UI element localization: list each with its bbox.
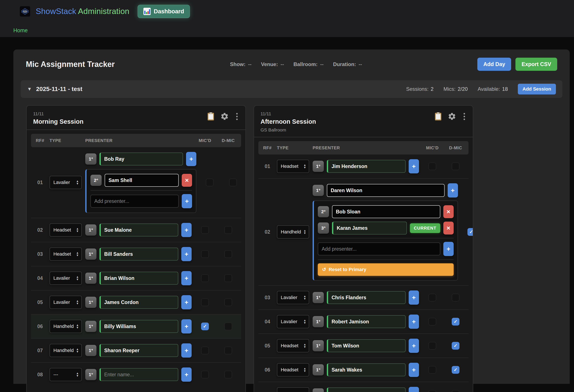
type-select[interactable]: Handheld▲▼ [277, 225, 309, 239]
dmic-checkbox[interactable]: ✓ [452, 366, 459, 374]
presenter-input[interactable] [100, 224, 178, 236]
add-presenter-button[interactable]: + [182, 194, 192, 208]
type-select[interactable]: Lavalier▲▼ [49, 176, 82, 189]
type-select[interactable]: Handheld▲▼ [49, 320, 82, 333]
dmic-checkbox[interactable] [224, 250, 232, 258]
presenter-input[interactable] [332, 205, 440, 218]
type-select[interactable]: Lavalier▲▼ [277, 315, 309, 328]
presenter-input[interactable] [100, 344, 178, 357]
add-shared-presenter-button[interactable]: + [181, 368, 192, 382]
add-shared-presenter-button[interactable]: + [181, 271, 192, 285]
micd-checkbox[interactable] [429, 366, 436, 374]
presenter-input[interactable] [100, 368, 178, 381]
type-select[interactable]: Headset▲▼ [49, 223, 82, 237]
add-presenter-button[interactable]: + [443, 242, 454, 256]
micd-checkbox[interactable] [429, 390, 436, 392]
type-select[interactable]: ---▲▼ [49, 368, 82, 381]
dmic-checkbox[interactable] [224, 226, 232, 234]
add-shared-presenter-button[interactable]: + [409, 339, 419, 353]
dmic-checkbox[interactable] [224, 371, 232, 378]
presenter-input[interactable] [332, 222, 407, 235]
dmic-checkbox[interactable] [452, 162, 459, 170]
select-arrows-icon: ▲▼ [76, 252, 79, 257]
type-select[interactable]: Lavalier▲▼ [49, 272, 82, 285]
presenter-input[interactable] [327, 363, 406, 376]
type-select[interactable]: Headset▲▼ [49, 247, 82, 261]
presenter-input[interactable] [100, 248, 178, 260]
presenter-input[interactable] [327, 315, 406, 328]
micd-checkbox[interactable] [201, 347, 209, 354]
presenter-input[interactable] [105, 174, 179, 187]
presenter-input[interactable] [100, 272, 178, 285]
dmic-checkbox[interactable] [229, 178, 237, 186]
remove-presenter-button[interactable]: × [182, 174, 192, 187]
presenter-input[interactable] [327, 291, 406, 304]
reset-to-primary-button[interactable]: ↺Reset to Primary [318, 263, 454, 276]
presenter-input[interactable] [100, 153, 183, 165]
add-shared-presenter-button[interactable]: + [181, 343, 192, 358]
type-select[interactable]: Handheld▲▼ [49, 344, 82, 357]
presenter-input[interactable] [327, 339, 406, 352]
presenter-input[interactable] [327, 160, 406, 173]
add-shared-presenter-button[interactable]: + [448, 183, 458, 197]
gear-icon[interactable] [448, 112, 456, 121]
type-select[interactable]: Lavalier▲▼ [277, 291, 309, 304]
kebab-menu-icon[interactable] [462, 112, 466, 121]
collapse-caret-icon[interactable]: ▼ [27, 86, 32, 92]
micd-checkbox[interactable] [429, 318, 436, 326]
micd-checkbox[interactable] [429, 342, 436, 350]
micd-checkbox[interactable] [206, 178, 214, 186]
dashboard-button[interactable]: Dashboard [138, 5, 190, 18]
add-presenter-input[interactable] [318, 242, 440, 255]
add-shared-presenter-button[interactable]: + [181, 223, 192, 237]
presenter-input[interactable] [100, 296, 178, 309]
micd-checkbox[interactable] [201, 298, 209, 306]
micd-checkbox[interactable] [429, 162, 436, 170]
table-row: 06Handheld▲▼1°+✓ [31, 314, 241, 338]
micd-checkbox[interactable] [429, 294, 436, 301]
dmic-checkbox[interactable] [224, 322, 232, 330]
add-shared-presenter-button[interactable]: + [409, 291, 419, 305]
presenter-input[interactable] [327, 184, 445, 197]
micd-checkbox[interactable]: ✓ [467, 228, 473, 236]
gear-icon[interactable] [220, 112, 229, 121]
add-shared-presenter-button[interactable]: + [409, 159, 419, 173]
add-session-button[interactable]: Add Session [518, 84, 556, 95]
type-select[interactable]: ---▲▼ [277, 387, 309, 392]
add-shared-presenter-button[interactable]: + [409, 363, 419, 377]
add-shared-presenter-button[interactable]: + [186, 152, 196, 166]
export-csv-button[interactable]: Export CSV [515, 58, 557, 71]
micd-checkbox[interactable] [201, 274, 209, 282]
micd-checkbox[interactable] [201, 226, 209, 234]
add-shared-presenter-button[interactable]: + [409, 387, 419, 392]
home-link[interactable]: Home [13, 27, 28, 33]
type-select[interactable]: Lavalier▲▼ [49, 296, 82, 309]
remove-presenter-button[interactable]: × [443, 222, 454, 235]
type-select[interactable]: Headset▲▼ [277, 339, 309, 353]
type-select[interactable]: Headset▲▼ [277, 363, 309, 376]
add-shared-presenter-button[interactable]: + [181, 319, 192, 333]
presenter-input[interactable] [100, 320, 178, 333]
dmic-checkbox[interactable] [224, 347, 232, 354]
dmic-checkbox[interactable] [224, 298, 232, 306]
presenter-input[interactable] [327, 388, 406, 392]
clipboard-icon[interactable] [207, 112, 214, 121]
dmic-checkbox[interactable]: ✓ [452, 318, 459, 326]
clipboard-icon[interactable] [435, 112, 442, 121]
remove-presenter-button[interactable]: × [443, 205, 454, 218]
add-shared-presenter-button[interactable]: + [409, 314, 419, 329]
add-shared-presenter-button[interactable]: + [181, 295, 192, 309]
micd-checkbox[interactable] [201, 250, 209, 258]
dmic-checkbox[interactable] [452, 390, 459, 392]
type-select-value: Headset [53, 251, 71, 257]
dmic-checkbox[interactable] [224, 274, 232, 282]
micd-checkbox[interactable] [201, 371, 209, 378]
dmic-checkbox[interactable] [452, 294, 459, 301]
kebab-menu-icon[interactable] [235, 112, 239, 121]
type-select[interactable]: Headset▲▼ [277, 160, 309, 173]
add-day-button[interactable]: Add Day [477, 58, 511, 71]
dmic-checkbox[interactable]: ✓ [452, 342, 459, 350]
micd-checkbox[interactable]: ✓ [201, 322, 209, 330]
add-presenter-input[interactable] [90, 195, 179, 208]
add-shared-presenter-button[interactable]: + [181, 247, 192, 261]
